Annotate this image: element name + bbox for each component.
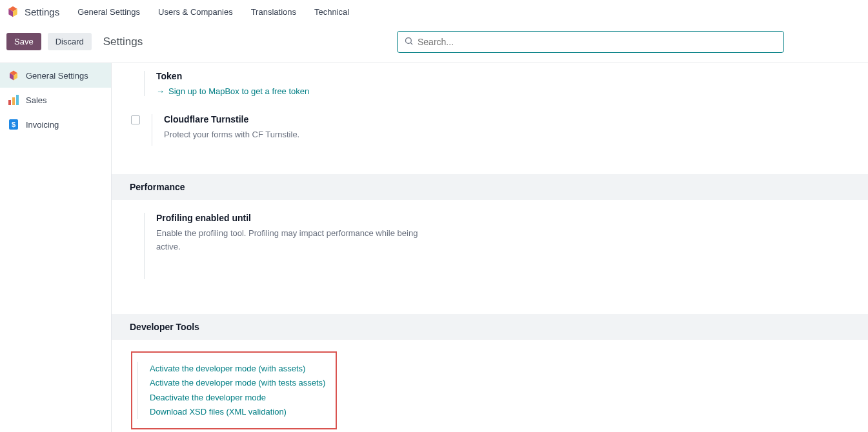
sidebar-item-label: Invoicing	[26, 120, 59, 130]
discard-button[interactable]: Discard	[48, 33, 92, 50]
svg-rect-4	[16, 95, 19, 105]
sidebar-item-label: Sales	[26, 95, 47, 105]
save-button[interactable]: Save	[6, 33, 41, 50]
devtools-section-header: Developer Tools	[112, 314, 868, 340]
profiling-title: Profiling enabled until	[156, 213, 429, 223]
svg-point-0	[406, 37, 412, 43]
settings-content: Token → Sign up to MapBox to get a free …	[112, 63, 868, 432]
svg-rect-3	[12, 97, 15, 105]
top-nav: Settings General Settings Users & Compan…	[0, 0, 868, 23]
nav-translations[interactable]: Translations	[245, 3, 303, 21]
nav-users-companies[interactable]: Users & Companies	[152, 3, 239, 21]
arrow-right-icon: →	[156, 86, 165, 96]
sidebar-item-invoicing[interactable]: $ Invoicing	[0, 112, 111, 137]
control-panel: Save Discard Settings	[0, 23, 868, 63]
nav-technical[interactable]: Technical	[308, 3, 356, 21]
search-input[interactable]	[418, 37, 777, 47]
app-logo-icon	[6, 5, 19, 18]
token-label: Token	[156, 71, 856, 81]
nav-general-settings[interactable]: General Settings	[71, 3, 146, 21]
cloudflare-title: Cloudflare Turnstile	[164, 114, 299, 124]
bars-color-icon	[8, 94, 19, 106]
performance-section-header: Performance	[112, 174, 868, 200]
gear-color-icon	[8, 70, 19, 81]
devmode-tests-assets-link[interactable]: Activate the developer mode (with tests …	[150, 376, 325, 390]
sidebar-item-general-settings[interactable]: General Settings	[0, 63, 111, 88]
cloudflare-checkbox[interactable]	[131, 115, 140, 124]
svg-text:$: $	[12, 121, 15, 128]
search-box[interactable]	[397, 31, 784, 53]
doc-color-icon: $	[8, 119, 19, 130]
svg-rect-2	[8, 100, 11, 105]
app-title: Settings	[25, 6, 59, 17]
breadcrumb: Settings	[103, 35, 143, 48]
devmode-assets-link[interactable]: Activate the developer mode (with assets…	[150, 362, 325, 376]
devtools-highlight-box: Activate the developer mode (with assets…	[131, 351, 337, 429]
devmode-deactivate-link[interactable]: Deactivate the developer mode	[150, 391, 325, 405]
svg-line-1	[410, 43, 412, 44]
download-xsd-link[interactable]: Download XSD files (XML validation)	[150, 405, 325, 419]
sidebar-item-label: General Settings	[26, 71, 88, 81]
cloudflare-desc: Protect your forms with CF Turnstile.	[164, 128, 299, 142]
mapbox-signup-link[interactable]: Sign up to MapBox to get a free token	[168, 86, 309, 96]
search-icon	[404, 36, 414, 48]
sidebar-item-sales[interactable]: Sales	[0, 88, 111, 112]
profiling-desc: Enable the profiling tool. Profiling may…	[156, 227, 429, 254]
sidebar: General Settings Sales $ Invoicing	[0, 63, 112, 432]
